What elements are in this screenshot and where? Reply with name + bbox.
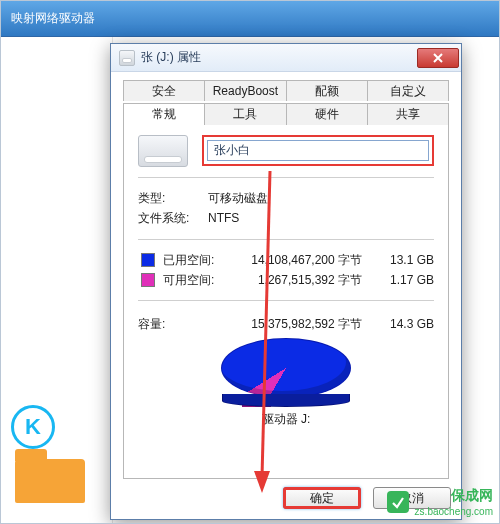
- properties-dialog: 张 (J:) 属性 安全 ReadyBoost 配额 自定义 常规 工具 硬件 …: [110, 43, 462, 520]
- capacity-label: 容量:: [138, 317, 228, 331]
- dialog-titlebar[interactable]: 张 (J:) 属性: [111, 44, 461, 72]
- tab-general[interactable]: 常规: [123, 103, 205, 124]
- usage-pie-chart: [221, 338, 351, 398]
- drive-icon: [119, 50, 135, 66]
- free-swatch-icon: [141, 273, 155, 287]
- free-bytes: 1,267,515,392 字节: [229, 273, 378, 287]
- close-icon: [432, 52, 444, 64]
- folder-icon[interactable]: [15, 459, 85, 503]
- tab-sharing[interactable]: 共享: [367, 103, 449, 124]
- tab-row-1: 安全 ReadyBoost 配额 自定义: [123, 80, 449, 101]
- tab-readyboost[interactable]: ReadyBoost: [204, 80, 286, 101]
- toolbar-label: 映射网络驱动器: [11, 11, 95, 25]
- tab-quota[interactable]: 配额: [286, 80, 368, 101]
- used-bytes: 14,108,467,200 字节: [229, 253, 378, 267]
- capacity-bytes: 15,375,982,592 字节: [228, 317, 378, 331]
- drive-caption: 驱动器 J:: [262, 412, 311, 426]
- used-swatch-icon: [141, 253, 155, 267]
- type-label: 类型:: [138, 191, 208, 205]
- free-gb: 1.17 GB: [378, 273, 434, 287]
- watermark-brand: 保成网: [451, 487, 493, 505]
- watermark-logo-icon: [387, 491, 409, 513]
- tab-custom[interactable]: 自定义: [367, 80, 449, 101]
- tab-tools[interactable]: 工具: [204, 103, 286, 124]
- capacity-gb: 14.3 GB: [378, 317, 434, 331]
- watermark-url: zs.baocheng.com: [415, 506, 493, 517]
- used-label: 已用空间:: [163, 253, 229, 267]
- tab-row-2: 常规 工具 硬件 共享: [123, 103, 449, 124]
- ok-button[interactable]: 确定: [283, 487, 361, 509]
- tab-security[interactable]: 安全: [123, 80, 205, 101]
- general-tab-panel: 类型: 可移动磁盘 文件系统: NTFS 已用空间: 14,108,467,20…: [123, 124, 449, 479]
- type-value: 可移动磁盘: [208, 191, 434, 205]
- free-label: 可用空间:: [163, 273, 229, 287]
- used-gb: 13.1 GB: [378, 253, 434, 267]
- fs-label: 文件系统:: [138, 211, 208, 225]
- volume-name-input[interactable]: [207, 140, 429, 161]
- watermark: 保成网 zs.baocheng.com: [387, 487, 493, 517]
- fs-value: NTFS: [208, 211, 434, 225]
- k-circle-icon[interactable]: K: [11, 405, 55, 449]
- close-button[interactable]: [417, 48, 459, 68]
- explorer-toolbar[interactable]: 映射网络驱动器: [1, 1, 499, 37]
- volume-name-highlight: [202, 135, 434, 166]
- drive-glyph-icon: [138, 135, 188, 167]
- tab-hardware[interactable]: 硬件: [286, 103, 368, 124]
- dialog-title: 张 (J:) 属性: [141, 50, 417, 64]
